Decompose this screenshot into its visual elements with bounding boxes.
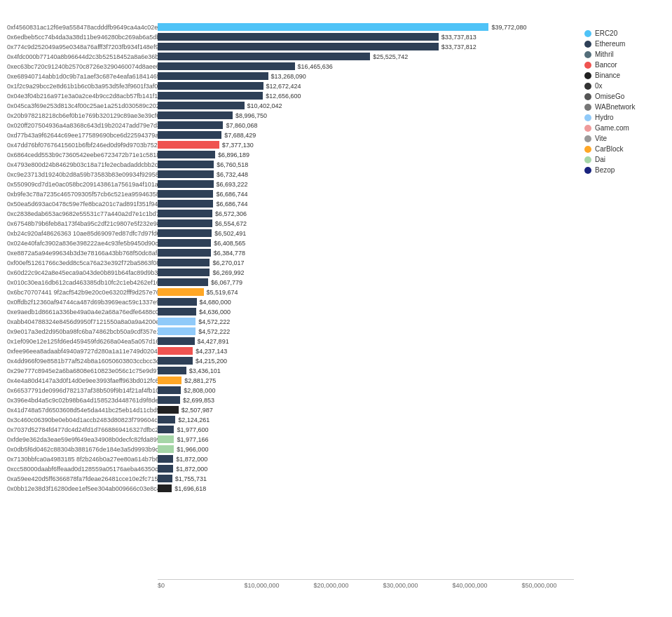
bar-fill [158, 53, 370, 60]
bar-fill [158, 23, 488, 31]
bar-value: $4,215,200 [196, 358, 227, 365]
bar-row: 0xf00ef51261766c3edd8c5ca76a23e392f72ba5… [7, 258, 574, 267]
chart-body: 0xf4560831ac12f6e9a558478acdddfb9649ca4a… [7, 22, 665, 589]
bar-label: 0x3c460c06390be0eb04d1accb2483d80823f799… [7, 416, 158, 423]
bar-row: 0x550909cd7d1e0ac058bc209143861a75619a4f… [7, 179, 574, 189]
bar-track: $6,896,189 [158, 151, 574, 158]
bar-fill [158, 269, 210, 276]
bar-fill [158, 210, 212, 217]
legend-dot [584, 51, 591, 58]
bar-row: 0x7130bbfca0a4983185 8f2b246b0a27ee80a61… [7, 454, 574, 463]
bar-fill [158, 190, 213, 198]
bar-value: $1,696,618 [174, 485, 206, 492]
bar-value: $5,519,674 [207, 289, 238, 296]
bar-label: 0xfee96eea8adaabf4940a9727d280a1a11e749d… [7, 348, 158, 355]
legend-label: Bancor [595, 61, 617, 69]
bar-track: $6,686,744 [158, 200, 574, 208]
legend-dot [584, 125, 591, 132]
bar-row: 0x4fdc000b77140a8b96644d2c3b52518452a8a6… [7, 52, 574, 61]
legend-label: ERC20 [595, 29, 617, 37]
bar-track: $4,636,000 [158, 308, 574, 316]
legend-item: WABnetwork [584, 103, 665, 111]
bar-row: 0xa59ee420d5ff6366878fa7fdeae26481cce10e… [7, 474, 574, 483]
bar-value: $8,996,750 [235, 112, 267, 119]
bar-fill [158, 426, 174, 433]
bar-fill [158, 239, 211, 247]
bar-track: $1,872,000 [158, 465, 574, 473]
bar-value: $6,408,565 [214, 240, 245, 247]
bar-row: 0xfde9e362da3eae59e9f649ea34908b0decfc82… [7, 435, 574, 444]
bar-value: $1,977,166 [177, 436, 208, 443]
bar-track: $6,572,306 [158, 210, 574, 217]
bar-label: 0x50ea5d693ac0478c59e7fe8bca201c7ad891f3… [7, 201, 158, 208]
bar-value: $7,377,130 [222, 142, 254, 149]
bar-value: $12,656,600 [266, 93, 301, 100]
bar-fill [158, 121, 223, 129]
bar-fill [158, 92, 263, 100]
bar-label: 0xb9fe3c78a7235c465709305f57cb6c521ea959… [7, 191, 158, 198]
bar-fill [158, 141, 219, 149]
bar-label: 0x396e4bd4a5c9c02b98b6a4d158523d448761d9… [7, 397, 158, 404]
bar-label: 0x7037d52784fd477dc4d24fd1d7668869416327… [7, 426, 158, 433]
bar-track: $6,408,565 [158, 239, 574, 247]
bar-fill [158, 455, 173, 463]
bar-fill [158, 170, 214, 178]
bar-label: 0x29e777c8945e2a6ba6808e610823e056c1c75e… [7, 367, 158, 374]
bar-value: $7,688,429 [224, 132, 256, 139]
bar-label: 0xe68940714abb1d0c9b7a1aef3c687e4eafa618… [7, 73, 158, 80]
bar-value: $4,427,891 [198, 338, 229, 345]
bar-value: $4,636,000 [199, 308, 231, 316]
bar-label: 0xe8872a5a94e99634b3d3e78166a43bb768f50d… [7, 250, 158, 257]
bar-value: $2,699,853 [183, 397, 214, 404]
bar-label: 0x4dd966f09e8581b77af524b8a16050603803cc… [7, 358, 158, 365]
legend-label: OmiseGo [595, 93, 624, 100]
bar-value: $6,896,189 [218, 151, 249, 158]
legend-label: Mithril [595, 50, 614, 58]
bar-fill [158, 308, 196, 316]
bar-track: $1,977,166 [158, 435, 574, 443]
bar-fill [158, 445, 174, 453]
bar-fill [158, 347, 193, 355]
legend-item: Bezop [584, 166, 665, 174]
bar-label: 0xc2838edab653ac9682e55531c77a440a2d7e1c… [7, 210, 158, 217]
legend-item: Ethereum [584, 40, 665, 48]
bar-label: 0x20b978218218cb6ef0b1e769b320129c89ae3e… [7, 112, 158, 119]
bar-track: $2,881,275 [158, 377, 574, 384]
legend-item: Hydro [584, 114, 665, 121]
bar-row: 0x396e4bd4a5c9c02b98b6a4d158523d448761d9… [7, 395, 574, 405]
bar-fill [158, 62, 295, 70]
bar-track: $6,554,672 [158, 219, 574, 227]
bar-track: $3,436,101 [158, 367, 574, 374]
bar-value: $2,124,261 [178, 416, 210, 423]
bar-value: $6,686,744 [216, 201, 247, 208]
bar-fill [158, 259, 210, 266]
bar-label: 0x6864cedd553b9c7360542eebe6723472b71e1c… [7, 151, 158, 158]
bar-label: 0x41d748a57d6503608d54e5da441bc25eb14d11… [7, 407, 158, 414]
bar-row: 0xd77b43a9f62644c69ee177589690bce6d22594… [7, 130, 574, 140]
bar-row: 0x774c9d252049a95e0348a76afff3f7203fb934… [7, 42, 574, 51]
bar-label: 0x66537791de0996d782137af38b509f9b14f21a… [7, 387, 158, 394]
legend-dot [584, 30, 591, 37]
bar-row: 0x50ea5d693ac0478c59e7fe8bca201c7ad891f3… [7, 199, 574, 208]
bar-track: $4,427,891 [158, 337, 574, 345]
bar-label: 0xd77b43a9f62644c69ee177589690bce6d22594… [7, 132, 158, 139]
bar-label: 0x04e3f04b216a971e3a0a2ce4b9cc2d8acb57fb… [7, 93, 158, 100]
x-tick: $50,000,000 [505, 582, 574, 589]
bar-value: $3,436,101 [189, 367, 221, 374]
bar-track: $10,402,042 [158, 102, 574, 109]
bar-row: 0x6bc70707441 9f2acf542b9e20c0e63202fff9… [7, 287, 574, 297]
bar-label: 0x024e40fafc3902a836e398222ae4c93fe5b945… [7, 240, 158, 247]
bar-value: $7,860,068 [226, 122, 257, 129]
bar-fill [158, 33, 439, 41]
bar-row: 0xe9aedb1d8661a336be49a0a4e2a68a76edfe64… [7, 307, 574, 316]
bar-row: 0x010c30ea16db612cad463385db10fc2c1eb426… [7, 278, 574, 287]
legend-label: Vite [595, 135, 607, 142]
chart-container: 0xf4560831ac12f6e9a558478acdddfb9649ca4a… [0, 0, 672, 617]
bar-label: 0xabb404788324e8456d9950f7121550a8a0a9a4… [7, 318, 158, 325]
bar-fill [158, 475, 172, 482]
bar-row: 0x0db5f6d0462c88304b3881676de184e3a5d999… [7, 445, 574, 454]
bar-fill [158, 377, 181, 384]
bar-row: 0x20b978218218cb6ef0b1e769b320129c89ae3e… [7, 111, 574, 120]
bar-label: 0x010c30ea16db612cad463385db10fc2c1eb426… [7, 279, 158, 286]
bar-fill [158, 435, 174, 443]
